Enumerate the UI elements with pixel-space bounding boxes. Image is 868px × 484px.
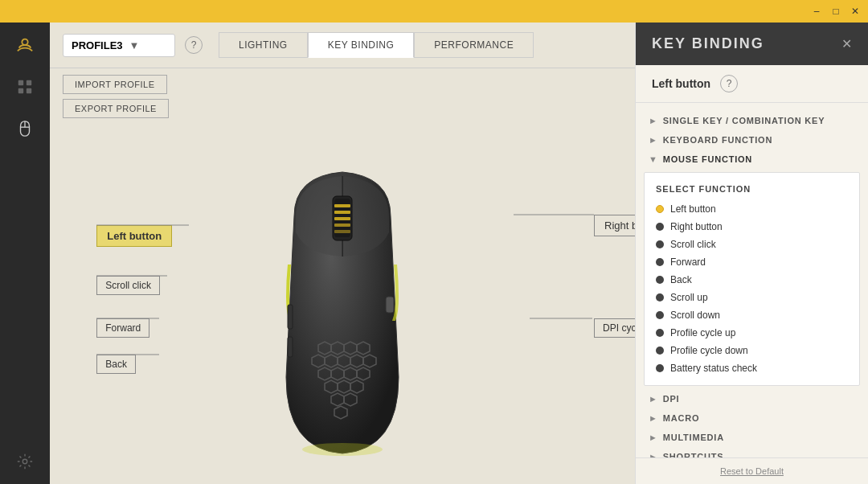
window-controls: – □ ✕	[810, 5, 862, 18]
dropdown-arrow-icon: ▼	[129, 39, 166, 51]
profile-select[interactable]: PROFILE3 ▼	[63, 34, 175, 57]
function-dot-forward	[656, 258, 664, 266]
function-dot-scroll-up	[656, 293, 664, 301]
mouse-illustration	[230, 152, 455, 457]
function-item-scroll-down[interactable]: Scroll down	[645, 306, 859, 324]
chevron-right-icon-dpi: ►	[649, 394, 658, 404]
current-button-label: Left button	[652, 77, 710, 90]
function-item-profile-cycle-up[interactable]: Profile cycle up	[645, 324, 859, 342]
close-button[interactable]: ✕	[849, 5, 862, 18]
profile-actions: IMPORT PROFILE EXPORT PROFILE	[50, 68, 635, 125]
svg-rect-20	[334, 230, 350, 233]
select-function-panel: SELECT FUNCTION Left button Right button…	[644, 172, 860, 386]
svg-rect-19	[334, 224, 350, 227]
function-item-profile-cycle-down[interactable]: Profile cycle down	[645, 342, 859, 359]
select-function-title: SELECT FUNCTION	[645, 181, 859, 200]
svg-rect-4	[27, 88, 31, 93]
sidebar-icon-grid[interactable]	[10, 72, 39, 101]
nav-tabs: LIGHTING KEY BINDING PERFORMANCE	[219, 32, 534, 58]
sidebar-icon-settings[interactable]	[10, 447, 39, 476]
function-dot-profile-cycle-up	[656, 329, 664, 337]
function-item-left-button[interactable]: Left button	[645, 200, 859, 218]
svg-rect-18	[334, 217, 350, 220]
chevron-down-icon: ▼	[649, 154, 658, 164]
tab-keybinding[interactable]: KEY BINDING	[308, 32, 415, 58]
sidebar	[0, 23, 50, 484]
import-profile-button[interactable]: IMPORT PROFILE	[63, 75, 167, 94]
svg-rect-40	[386, 297, 394, 313]
function-item-scroll-up[interactable]: Scroll up	[645, 289, 859, 306]
toolbar: PROFILE3 ▼ ? LIGHTING KEY BINDING PERFOR…	[50, 23, 635, 68]
chevron-right-icon-shortcuts: ►	[649, 452, 658, 457]
right-panel-header: KEY BINDING ✕	[636, 23, 868, 65]
export-profile-button[interactable]: EXPORT PROFILE	[63, 99, 169, 118]
maximize-button[interactable]: □	[829, 5, 842, 18]
svg-rect-43	[288, 337, 293, 357]
svg-point-0	[22, 39, 27, 45]
help-button[interactable]: ?	[185, 36, 203, 54]
chevron-right-icon: ►	[649, 135, 658, 145]
svg-rect-1	[18, 80, 23, 85]
right-panel-title: KEY BINDING	[652, 35, 764, 52]
chevron-right-icon: ►	[649, 116, 658, 125]
svg-rect-2	[27, 80, 31, 85]
main-content: PROFILE3 ▼ ? LIGHTING KEY BINDING PERFOR…	[50, 23, 635, 484]
reset-to-default-link[interactable]: Reset to Default	[720, 466, 784, 476]
keybinding-help-button[interactable]: ?	[720, 75, 738, 92]
right-panel-content: ► SINGLE KEY / COMBINATION KEY ► KEYBOAR…	[636, 103, 868, 457]
function-item-right-button[interactable]: Right button	[645, 218, 859, 236]
chevron-right-icon-multimedia: ►	[649, 433, 658, 442]
function-dot-back	[656, 276, 664, 284]
svg-point-7	[23, 459, 27, 464]
right-panel-subheader: Left button ?	[636, 65, 868, 103]
sidebar-icon-logo[interactable]	[10, 31, 39, 59]
function-dot-battery-status	[656, 364, 664, 372]
section-macro[interactable]: ► MACRO	[636, 408, 868, 428]
function-item-battery-status[interactable]: Battery status check	[645, 359, 859, 377]
section-mouse-fn[interactable]: ▼ MOUSE FUNCTION	[636, 150, 868, 169]
section-keyboard-fn[interactable]: ► KEYBOARD FUNCTION	[636, 130, 868, 150]
function-item-forward[interactable]: Forward	[645, 253, 859, 271]
section-shortcuts[interactable]: ► SHORTCUTS	[636, 447, 868, 457]
chevron-right-icon-macro: ►	[649, 413, 658, 423]
section-dpi[interactable]: ► DPI	[636, 389, 868, 408]
section-single-key[interactable]: ► SINGLE KEY / COMBINATION KEY	[636, 111, 868, 130]
right-panel: KEY BINDING ✕ Left button ? ► SINGLE KEY…	[635, 23, 868, 484]
svg-rect-42	[288, 305, 293, 329]
function-item-back[interactable]: Back	[645, 271, 859, 289]
function-dot-profile-cycle-down	[656, 347, 664, 355]
svg-rect-3	[18, 88, 23, 93]
right-panel-footer: Reset to Default	[636, 457, 868, 484]
section-multimedia[interactable]: ► MULTIMEDIA	[636, 428, 868, 447]
function-dot-scroll-click	[656, 240, 664, 248]
function-dot-right-button	[656, 223, 664, 231]
svg-point-41	[302, 443, 383, 456]
tab-performance[interactable]: PERFORMANCE	[414, 32, 534, 58]
title-bar: – □ ✕	[0, 0, 868, 23]
function-item-scroll-click[interactable]: Scroll click	[645, 236, 859, 253]
tab-lighting[interactable]: LIGHTING	[219, 32, 308, 58]
mouse-diagram: Left button Right button Scroll click	[50, 125, 635, 484]
app-body: PROFILE3 ▼ ? LIGHTING KEY BINDING PERFOR…	[0, 23, 868, 484]
minimize-button[interactable]: –	[810, 5, 823, 18]
close-panel-button[interactable]: ✕	[841, 36, 852, 51]
svg-rect-17	[334, 211, 350, 214]
svg-rect-16	[334, 204, 350, 207]
function-dot-scroll-down	[656, 311, 664, 319]
sidebar-icon-mouse[interactable]	[10, 114, 39, 143]
function-dot-left-button	[656, 205, 664, 213]
